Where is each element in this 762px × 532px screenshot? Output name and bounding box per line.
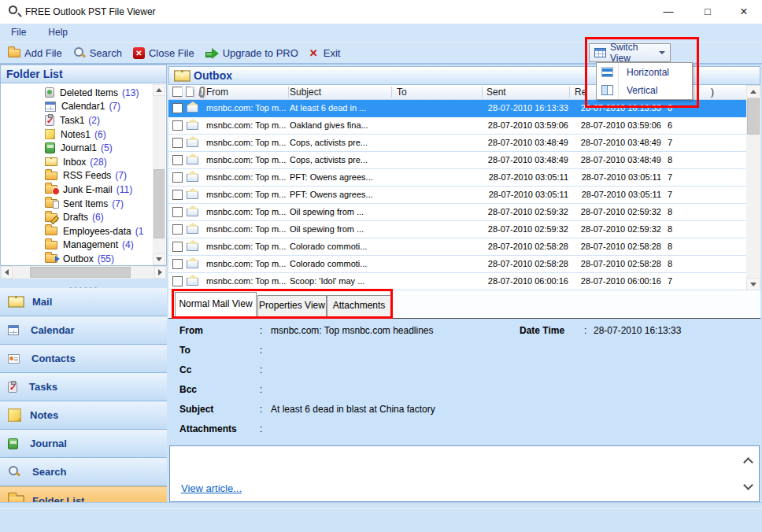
row-checkbox[interactable] [172, 276, 183, 286]
folder-item-junk-e-mail[interactable]: Junk E-mail(11) [1, 183, 153, 197]
toolbar-search[interactable]: Search [68, 43, 128, 64]
folder-tree-horizontal-scrollbar[interactable] [1, 266, 166, 279]
toolbar-label-upgrade-to-pro: Upgrade to PRO [223, 47, 298, 59]
folder-item-outbox[interactable]: Outbox(55) [1, 252, 153, 265]
down-arrow-icon [156, 257, 162, 261]
scroll-down-button[interactable] [746, 278, 760, 290]
column-header-received-suffix[interactable]: ) [711, 85, 714, 99]
email-row[interactable]: msnbc.com: Top m...Colorado commoti...28… [168, 238, 746, 256]
email-row[interactable]: msnbc.com: Top m...Oakland gives fina...… [168, 117, 746, 135]
row-checkbox[interactable] [172, 103, 183, 113]
scrollbar-thumb[interactable] [154, 169, 165, 238]
sidebar-item-mail[interactable]: Mail [0, 288, 167, 316]
toolbar-upgrade-to-pro[interactable]: Upgrade to PRO [200, 43, 304, 64]
row-checkbox[interactable] [172, 155, 183, 165]
toolbar-label-exit: Exit [324, 47, 341, 59]
sidebar-item-journal[interactable]: Journal [0, 430, 167, 458]
row-checkbox[interactable] [172, 120, 183, 131]
open-envelope-icon [187, 226, 198, 234]
email-count: 8 [668, 152, 672, 168]
column-header-to[interactable]: To [397, 85, 407, 99]
row-checkbox[interactable] [172, 259, 183, 269]
column-header-subject[interactable]: Subject [290, 85, 321, 99]
view-article-link[interactable]: View article... [181, 482, 242, 494]
folder-item-sent-items[interactable]: Sent Items(7) [1, 197, 153, 211]
scrollbar-thumb[interactable] [30, 267, 131, 278]
menu-item-help[interactable]: Help [37, 24, 79, 42]
folder-item-management[interactable]: Management(4) [1, 238, 153, 253]
sidebar-item-notes[interactable]: Notes [0, 401, 167, 430]
scrollbar-thumb[interactable] [747, 98, 760, 135]
email-row[interactable]: msnbc.com: Top m...Cops, activists pre..… [168, 152, 746, 169]
sidebar-item-search[interactable]: Search [0, 458, 167, 486]
sidebar-item-label: Contacts [31, 353, 76, 364]
close-button[interactable]: × [731, 0, 757, 24]
minimize-button[interactable]: — [655, 0, 682, 24]
sidebar-item-calendar[interactable]: Calendar [0, 316, 167, 345]
tab-attachments[interactable]: Attachments [327, 295, 391, 317]
folder-label: Notes1 [61, 129, 91, 140]
row-checkbox[interactable] [172, 207, 183, 217]
folder-item-employees-data[interactable]: Employees-data(1 [1, 224, 153, 238]
sidebar-item-label: Tasks [29, 381, 57, 393]
mail-list-vertical-scrollbar[interactable] [746, 85, 760, 290]
row-checkbox[interactable] [172, 172, 183, 183]
email-row[interactable]: msnbc.com: Top m...PFT: Owens agrees...2… [168, 187, 746, 204]
email-row[interactable]: msnbc.com: Top m...PFT: Owens agrees...2… [168, 169, 746, 187]
email-received: 28-07-2010 03:48:49 [575, 152, 661, 168]
row-checkbox[interactable] [172, 224, 183, 235]
column-header-from[interactable]: From [206, 85, 228, 99]
menu-item-file[interactable]: File [0, 24, 37, 42]
scroll-down-chevron-icon[interactable] [743, 480, 753, 490]
email-row[interactable]: msnbc.com: Top m...Scoop: 'Idol' may ...… [168, 273, 746, 290]
email-row[interactable]: msnbc.com: Top m...Cops, activists pre..… [168, 135, 746, 152]
email-received: 28-07-2010 02:58:28 [575, 256, 661, 272]
message-body-pane: View article... [169, 445, 760, 502]
scroll-down-button[interactable] [153, 253, 165, 265]
column-header-sent[interactable]: Sent [486, 85, 506, 99]
email-row[interactable]: msnbc.com: Top m...Oil spewing from ...2… [168, 221, 746, 238]
scroll-up-chevron-icon[interactable] [743, 457, 753, 467]
scroll-left-button[interactable] [1, 266, 13, 279]
date-time-label: Date Time [520, 325, 564, 336]
email-row[interactable]: msnbc.com: Top m...Oil spewing from ...2… [168, 204, 746, 221]
column-header-received[interactable]: Re [575, 85, 586, 99]
folder-tree-vertical-scrollbar[interactable] [153, 84, 165, 265]
folder-count: (5) [101, 142, 113, 153]
folder-item-inbox[interactable]: Inbox(28) [1, 155, 153, 169]
toolbar-add-file[interactable]: Add File [2, 43, 68, 64]
maximize-button[interactable]: □ [694, 0, 721, 24]
scroll-up-button[interactable] [746, 85, 760, 98]
email-row[interactable]: msnbc.com: Top m...At least 6 dead in ..… [168, 100, 746, 117]
page-icon [186, 87, 194, 97]
folder-item-journal1[interactable]: Journal1(5) [1, 141, 153, 155]
tab-normal-mail-view[interactable]: Normal Mail View [175, 292, 257, 317]
row-checkbox[interactable] [172, 242, 183, 252]
row-checkbox[interactable] [172, 138, 183, 148]
dropdown-item-vertical[interactable]: Vertical [597, 81, 692, 99]
folder-label: Drafts [63, 212, 88, 223]
folder-count: (11) [117, 184, 132, 195]
scroll-up-button[interactable] [153, 84, 165, 96]
panel-splitter-grip[interactable] [0, 279, 167, 288]
folder-item-calendar1[interactable]: Calendar1(7) [1, 100, 153, 114]
folder-item-deleted-items[interactable]: Deleted Items(13) [1, 86, 153, 100]
email-received: 28-07-2010 06:00:16 [575, 273, 661, 290]
toolbar-exit[interactable]: Exit [304, 43, 346, 64]
detail-label-from: From [179, 325, 203, 336]
folder-item-rss-feeds[interactable]: RSS Feeds(7) [1, 169, 153, 183]
sidebar-item-label: Journal [30, 438, 67, 449]
dropdown-item-horizontal[interactable]: Horizontal [597, 63, 692, 81]
folder-item-notes1[interactable]: Notes1(6) [1, 127, 153, 142]
folder-item-task1[interactable]: Task1(2) [1, 113, 153, 127]
toolbar-close-file[interactable]: Close File [128, 43, 200, 64]
email-row[interactable]: msnbc.com: Top m...Colorado commoti...28… [168, 256, 746, 273]
tab-properties-view[interactable]: Properties View [257, 295, 327, 317]
row-checkbox[interactable] [172, 190, 183, 200]
horizontal-split-icon [601, 67, 613, 77]
folder-item-drafts[interactable]: Drafts(6) [1, 210, 153, 224]
switch-view-button[interactable]: Switch View [589, 43, 671, 62]
sidebar-item-tasks[interactable]: Tasks [0, 373, 167, 401]
scroll-right-button[interactable] [154, 266, 166, 279]
sidebar-item-contacts[interactable]: Contacts [0, 345, 167, 373]
